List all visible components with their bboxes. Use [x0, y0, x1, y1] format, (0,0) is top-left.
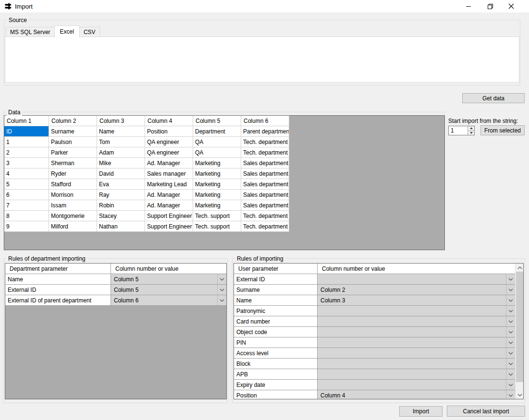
data-cell[interactable]: Tech. department	[241, 147, 289, 158]
rule-value-dropdown[interactable]: Column 6	[111, 295, 226, 306]
data-cell[interactable]: Tech. department	[241, 137, 289, 147]
import-button[interactable]: Import	[399, 406, 443, 417]
rule-value-dropdown[interactable]	[318, 380, 515, 390]
column-header[interactable]: Column 3	[97, 116, 145, 126]
data-cell[interactable]: Marketing Lead	[145, 179, 193, 190]
data-cell[interactable]: Ad. Manager	[145, 190, 193, 200]
data-cell[interactable]: Paulson	[49, 137, 97, 147]
rule-param-object-code[interactable]: Object code	[234, 327, 318, 337]
data-cell[interactable]: Sales department	[241, 168, 289, 179]
data-cell[interactable]: QA engineer	[145, 137, 193, 147]
data-cell[interactable]: Support Engineer	[145, 221, 193, 232]
data-cell[interactable]: Marketing	[193, 179, 241, 190]
rule-param-block[interactable]: Block	[234, 359, 318, 369]
data-cell[interactable]: ID	[4, 126, 49, 137]
data-cell[interactable]: Marketing	[193, 168, 241, 179]
data-cell[interactable]: Tech. department	[241, 211, 289, 221]
rule-value-dropdown[interactable]: Column 2	[318, 285, 515, 295]
rule-value-dropdown[interactable]	[318, 327, 515, 337]
get-data-button[interactable]: Get data	[462, 93, 525, 103]
maximize-restore-button[interactable]	[482, 0, 498, 12]
rule-param-external-id[interactable]: External ID	[234, 274, 318, 285]
minimize-button[interactable]	[460, 0, 477, 12]
rule-param-name[interactable]: Name	[5, 274, 111, 285]
data-cell[interactable]: 1	[4, 137, 49, 147]
rule-value-dropdown[interactable]: Column 5	[111, 285, 226, 295]
close-button[interactable]	[503, 0, 519, 12]
rule-param-surname[interactable]: Surname	[234, 285, 318, 295]
data-cell[interactable]: Eva	[97, 179, 145, 190]
scroll-down-button[interactable]	[516, 391, 524, 399]
rule-value-dropdown[interactable]	[318, 369, 515, 380]
data-cell[interactable]: Sales department	[241, 190, 289, 200]
data-cell[interactable]: 8	[4, 211, 49, 221]
tab-ms-sql-server[interactable]: MS SQL Server	[6, 27, 55, 37]
data-cell[interactable]: Ad. Manager	[145, 200, 193, 211]
spinner-down-button[interactable]	[468, 131, 474, 135]
rule-param-apb[interactable]: APB	[234, 369, 318, 380]
tab-excel[interactable]: Excel	[54, 25, 80, 37]
rule-value-dropdown[interactable]: Column 4	[318, 390, 515, 399]
rule-value-dropdown[interactable]	[318, 306, 515, 316]
column-header[interactable]: Column 4	[145, 116, 193, 126]
spinner-value[interactable]: 1	[449, 126, 467, 135]
import-rules-scrollbar[interactable]	[515, 264, 523, 399]
spinner-up-button[interactable]	[468, 126, 474, 131]
data-cell[interactable]: 2	[4, 147, 49, 158]
rule-value-dropdown[interactable]	[318, 348, 515, 359]
scrollbar-thumb[interactable]	[516, 272, 523, 382]
data-cell[interactable]: Montgomerie	[49, 211, 97, 221]
data-cell[interactable]: Sales department	[241, 200, 289, 211]
tab-csv[interactable]: CSV	[79, 27, 100, 37]
data-cell[interactable]: Mike	[97, 158, 145, 168]
rule-value-dropdown[interactable]	[318, 359, 515, 369]
data-cell[interactable]: Surname	[49, 126, 97, 137]
column-header[interactable]: Column 6	[241, 116, 289, 126]
data-cell[interactable]: Marketing	[193, 190, 241, 200]
rule-param-external-id-of-parent-department[interactable]: External ID of parent department	[5, 295, 111, 306]
data-cell[interactable]: Name	[97, 126, 145, 137]
data-cell[interactable]: Tom	[97, 137, 145, 147]
data-cell[interactable]: Tech. support	[193, 221, 241, 232]
data-cell[interactable]: David	[97, 168, 145, 179]
data-cell[interactable]: Ryder	[49, 168, 97, 179]
rule-param-pin[interactable]: PIN	[234, 337, 318, 348]
data-cell[interactable]: Sherman	[49, 158, 97, 168]
data-cell[interactable]: Marketing	[193, 200, 241, 211]
rule-param-name[interactable]: Name	[234, 295, 318, 306]
rule-param-patronymic[interactable]: Patronymic	[234, 306, 318, 316]
data-cell[interactable]: Tech. department	[241, 221, 289, 232]
data-cell[interactable]: Milford	[49, 221, 97, 232]
data-cell[interactable]: 3	[4, 158, 49, 168]
data-cell[interactable]: QA	[193, 137, 241, 147]
rule-value-dropdown[interactable]	[318, 337, 515, 348]
column-header[interactable]: Column 1	[4, 116, 49, 126]
rule-value-dropdown[interactable]: Column 3	[318, 295, 515, 306]
rule-param-position[interactable]: Position	[234, 390, 318, 399]
data-cell[interactable]: 9	[4, 221, 49, 232]
column-header[interactable]: Column 5	[193, 116, 241, 126]
cancel-last-import-button[interactable]: Cancel last import	[447, 406, 525, 417]
data-cell[interactable]: Sales manager	[145, 168, 193, 179]
data-cell[interactable]: Sales department	[241, 179, 289, 190]
rule-param-card-number[interactable]: Card number	[234, 316, 318, 327]
rule-value-dropdown[interactable]	[318, 274, 515, 285]
data-cell[interactable]: Department	[193, 126, 241, 137]
data-cell[interactable]: Nathan	[97, 221, 145, 232]
data-cell[interactable]: Position	[145, 126, 193, 137]
rule-param-external-id[interactable]: External ID	[5, 285, 111, 295]
data-cell[interactable]: Morrison	[49, 190, 97, 200]
data-cell[interactable]: Robin	[97, 200, 145, 211]
from-selected-button[interactable]: From selected	[480, 125, 525, 135]
data-cell[interactable]: Sales department	[241, 158, 289, 168]
rule-value-dropdown[interactable]	[318, 316, 515, 327]
rule-param-access-level[interactable]: Access level	[234, 348, 318, 359]
data-cell[interactable]: Tech. support	[193, 211, 241, 221]
rule-value-dropdown[interactable]: Column 5	[111, 274, 226, 285]
rule-param-expiry-date[interactable]: Expiry date	[234, 380, 318, 390]
data-cell[interactable]: 7	[4, 200, 49, 211]
data-cell[interactable]: Parent department	[241, 126, 289, 137]
data-cell[interactable]: Adam	[97, 147, 145, 158]
data-cell[interactable]: Issam	[49, 200, 97, 211]
data-cell[interactable]: Stacey	[97, 211, 145, 221]
